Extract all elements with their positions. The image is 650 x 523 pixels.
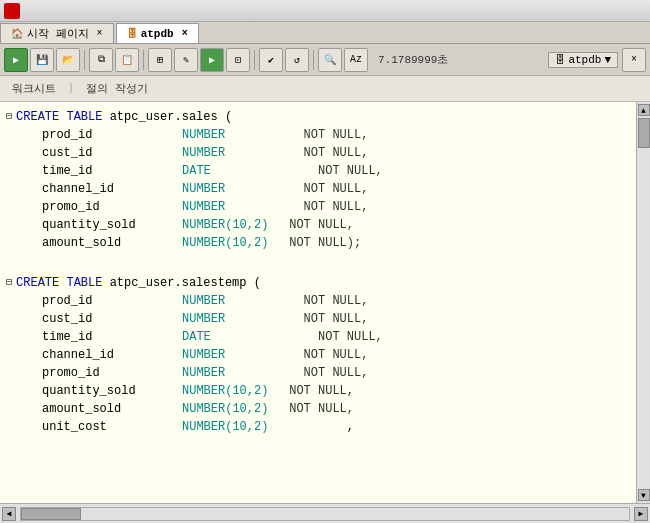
collapse-btn-2[interactable]: ⊟ <box>6 274 12 292</box>
block1-row-5: promo_idNUMBER NOT NULL, <box>0 198 636 216</box>
scroll-up-btn[interactable]: ▲ <box>638 104 650 116</box>
execution-time: 7.1789999초 <box>378 52 448 67</box>
save-button[interactable]: 💾 <box>30 48 54 72</box>
block1-row-7: amount_soldNUMBER(10,2) NOT NULL); <box>0 234 636 252</box>
separator2 <box>143 50 144 70</box>
paste-button[interactable]: 📋 <box>115 48 139 72</box>
start-icon: 🏠 <box>11 28 23 40</box>
open-button[interactable]: 📂 <box>56 48 80 72</box>
separator3 <box>254 50 255 70</box>
toolbar: ▶ 💾 📂 ⧉ 📋 ⊞ ✎ ▶ ⊡ ✔ ↺ 🔍 Az 7.1789999초 🗄 … <box>0 44 650 76</box>
code-editor[interactable]: ⊟CREATE TABLE atpc_user.sales ( prod_idN… <box>0 102 636 503</box>
tab-start-label: 시작 페이지 <box>27 26 89 41</box>
code-block-1: ⊟CREATE TABLE atpc_user.sales ( prod_idN… <box>0 106 636 254</box>
block2-row-1: prod_idNUMBER NOT NULL, <box>0 292 636 310</box>
collapse-btn-1[interactable]: ⊟ <box>6 108 12 126</box>
block1-row-4: channel_idNUMBER NOT NULL, <box>0 180 636 198</box>
az-button[interactable]: Az <box>344 48 368 72</box>
tab-bar: 🏠 시작 페이지 × 🗄 atpdb × <box>0 22 650 44</box>
block2-row-7: amount_soldNUMBER(10,2) NOT NULL, <box>0 400 636 418</box>
db-icon2: 🗄 <box>555 54 565 66</box>
tab-atpdb-label: atpdb <box>141 28 174 40</box>
tab-atpdb[interactable]: 🗄 atpdb × <box>116 23 199 43</box>
hscroll-track[interactable] <box>20 507 630 521</box>
copy-button[interactable]: ⧉ <box>89 48 113 72</box>
step-button[interactable]: ⊡ <box>226 48 250 72</box>
search-button[interactable]: 🔍 <box>318 48 342 72</box>
block1-row-2: cust_idNUMBER NOT NULL, <box>0 144 636 162</box>
tab-start[interactable]: 🏠 시작 페이지 × <box>0 23 114 43</box>
block1-row-6: quantity_soldNUMBER(10,2) NOT NULL, <box>0 216 636 234</box>
block2-row-5: promo_idNUMBER NOT NULL, <box>0 364 636 382</box>
block1-row-1: prod_idNUMBER NOT NULL, <box>0 126 636 144</box>
block2-row-3: time_idDATE NOT NULL, <box>0 328 636 346</box>
hscroll-thumb[interactable] <box>21 508 81 520</box>
db-badge[interactable]: 🗄 atpdb ▼ <box>548 52 618 68</box>
block2-row-6: quantity_soldNUMBER(10,2) NOT NULL, <box>0 382 636 400</box>
dropdown-icon: ▼ <box>604 54 611 66</box>
commit-button[interactable]: ✔ <box>259 48 283 72</box>
vertical-scrollbar[interactable]: ▲ ▼ <box>636 102 650 503</box>
worksheet-tab[interactable]: 워크시트 <box>4 79 64 98</box>
separator1 <box>84 50 85 70</box>
hscroll-left-btn[interactable]: ◀ <box>2 507 16 521</box>
block2-row-8: unit_costNUMBER(10,2) , <box>0 418 636 436</box>
sub-toolbar: 워크시트 | 절의 작성기 <box>0 76 650 102</box>
app-icon <box>4 3 20 19</box>
tool2-button[interactable]: ✎ <box>174 48 198 72</box>
run2-button[interactable]: ▶ <box>200 48 224 72</box>
block1-row-3: time_idDATE NOT NULL, <box>0 162 636 180</box>
run-button[interactable]: ▶ <box>4 48 28 72</box>
scroll-thumb[interactable] <box>638 118 650 148</box>
empty-line <box>0 254 636 272</box>
block2-row-2: cust_idNUMBER NOT NULL, <box>0 310 636 328</box>
query-builder-tab[interactable]: 절의 작성기 <box>78 79 156 98</box>
db-icon: 🗄 <box>127 28 137 40</box>
horizontal-scrollbar-bar[interactable]: ◀ ▶ <box>0 503 650 523</box>
main-content: ⊟CREATE TABLE atpc_user.sales ( prod_idN… <box>0 102 650 503</box>
block2-header-line: ⊟CREATE TABLE atpc_user.salestemp ( <box>0 274 636 292</box>
tab-atpdb-close[interactable]: × <box>182 28 188 39</box>
tab-start-close[interactable]: × <box>97 28 103 39</box>
rollback-button[interactable]: ↺ <box>285 48 309 72</box>
window-close[interactable]: × <box>622 48 646 72</box>
format-button[interactable]: ⊞ <box>148 48 172 72</box>
separator4 <box>313 50 314 70</box>
titlebar <box>0 0 650 22</box>
scroll-down-btn[interactable]: ▼ <box>638 489 650 501</box>
block1-header-line: ⊟CREATE TABLE atpc_user.sales ( <box>0 108 636 126</box>
toolbar-right: 🗄 atpdb ▼ × <box>548 48 646 72</box>
hscroll-right-btn[interactable]: ▶ <box>634 507 648 521</box>
db-name: atpdb <box>568 54 601 66</box>
block2-row-4: channel_idNUMBER NOT NULL, <box>0 346 636 364</box>
code-block-2: ⊟CREATE TABLE atpc_user.salestemp ( prod… <box>0 272 636 438</box>
